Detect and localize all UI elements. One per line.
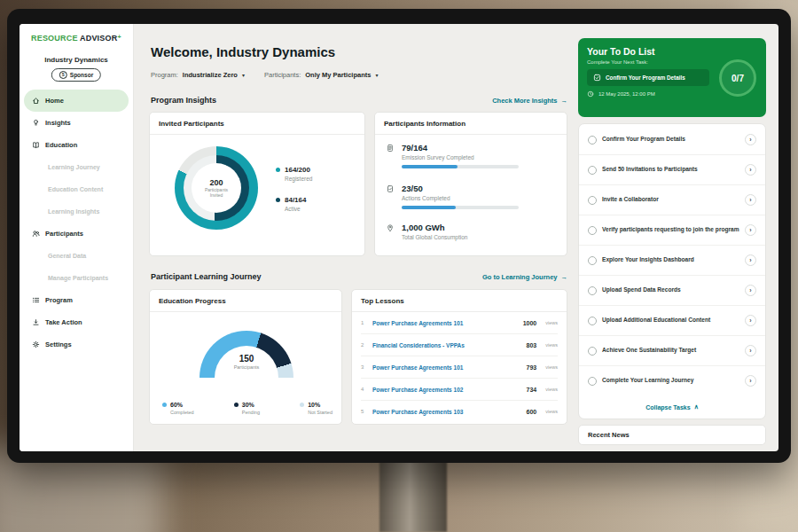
todo-task-row[interactable]: Achieve One Sustainability Target › [579,336,765,366]
invited-donut-center: 200 Participants Invited [192,163,241,213]
sidebar-item-education[interactable]: Education [24,134,129,156]
todo-task-row[interactable]: Upload Additional Educational Content › [579,306,765,336]
stat-consumption: 1,000 GWh Total Global Consumption [386,223,467,240]
task-label: Invite a Collaborator [602,196,739,204]
todo-task-row[interactable]: Complete Your Learning Journey › [579,366,765,395]
sidebar-item-manage-participants[interactable]: Manage Participants [24,267,129,289]
chevron-right-icon[interactable]: › [745,164,756,176]
dashboard-screen: RESOURCE ADVISOR+ Industry Dynamics S Sp… [20,24,778,451]
program-filter[interactable]: Program: Industrialize Zero ▾ [151,71,245,79]
program-filter-value: Industrialize Zero [183,71,238,79]
sidebar-item-take-action[interactable]: Take Action [24,311,129,333]
education-gauge-chart: 150 Participants [200,331,293,378]
task-label: Verify participants requesting to join t… [602,226,739,234]
lesson-link[interactable]: Power Purchase Agreements 102 [372,387,520,393]
check-more-insights-link[interactable]: Check More Insights → [492,97,567,105]
sidebar-item-learning-insights[interactable]: Learning Insights [24,200,129,223]
sidebar-item-general-data[interactable]: General Data [24,245,129,267]
clock-icon [587,90,594,98]
invited-center-label: Invited [210,192,223,199]
chevron-right-icon[interactable]: › [745,375,756,387]
participants-filter[interactable]: Participants: Only My Participants ▾ [264,71,378,79]
participants-filter-value: Only My Participants [305,71,371,79]
collapse-tasks-button[interactable]: Collapse Tasks ∧ [579,395,765,419]
chevron-down-icon: ▾ [242,72,245,78]
stat-label: Emission Survey Completed [402,154,519,160]
chevron-right-icon[interactable]: › [745,345,756,356]
sidebar-item-participants[interactable]: Participants [24,223,129,245]
task-label: Upload Spend Data Records [602,286,739,294]
collapse-tasks-label: Collapse Tasks [645,404,690,411]
arrow-right-icon: → [561,273,568,281]
todo-task-row[interactable]: Confirm Your Program Details › [579,125,765,155]
lesson-link[interactable]: Financial Considerations - VPPAs [372,342,520,348]
emission-survey-progress-bar [402,165,519,168]
lesson-link[interactable]: Power Purchase Agreements 103 [372,409,520,415]
chevron-right-icon[interactable]: › [745,134,756,145]
sidebar-item-education-content[interactable]: Education Content [24,178,129,200]
todo-task-row[interactable]: Verify participants requesting to join t… [579,215,765,246]
task-checkbox[interactable] [588,166,597,175]
survey-icon [386,143,395,153]
sidebar-item-learning-journey[interactable]: Learning Journey [24,156,129,178]
sidebar-item-label: Program [45,296,73,304]
todo-task-row[interactable]: Upload Spend Data Records › [579,276,765,306]
legend-dot-not-started [300,403,304,407]
participants-information-card: Participants Information 79/164 Emission… [374,112,567,256]
sidebar-item-program[interactable]: Program [24,289,129,311]
top-lessons-card: Top Lessons 1 Power Purchase Agreements … [351,289,567,425]
task-checkbox[interactable] [588,196,597,205]
lesson-views-label: views [545,409,558,414]
task-checkbox[interactable] [588,256,597,265]
sidebar-item-label: Settings [45,340,72,348]
legend-label: Not Started [308,410,332,415]
sidebar-item-home[interactable]: Home [24,90,129,112]
insights-icon [32,119,40,127]
sponsor-badge-label: Sponsor [70,72,93,78]
sidebar-item-insights[interactable]: Insights [24,112,129,134]
sidebar-item-label: Participants [45,230,83,238]
lesson-link[interactable]: Power Purchase Agreements 101 [372,364,520,371]
lesson-views-label: views [545,342,558,348]
sidebar: RESOURCE ADVISOR+ Industry Dynamics S Sp… [20,24,134,451]
chevron-right-icon[interactable]: › [745,194,756,206]
todo-task-row[interactable]: Send 50 Invitations to Participants › [579,155,765,185]
todo-task-list: Confirm Your Program Details › Send 50 I… [578,123,766,419]
sponsor-badge[interactable]: S Sponsor [51,68,101,82]
lesson-link[interactable]: Power Purchase Agreements 101 [372,320,517,326]
next-task-label: Confirm Your Program Details [606,74,685,81]
lesson-rank: 4 [361,387,366,392]
legend-item-active: 84/164 Active [276,196,312,212]
chevron-right-icon[interactable]: › [745,224,756,236]
lesson-row: 4 Power Purchase Agreements 102 734 view… [361,379,558,401]
chevron-right-icon[interactable]: › [745,315,756,326]
lesson-rank: 1 [361,320,366,325]
lesson-views: 1000 [523,320,537,326]
legend-item-registered: 164/200 Registered [276,166,312,182]
section-title: Program Insights [151,96,216,105]
task-checkbox[interactable] [588,286,597,295]
invited-participants-card: Invited Participants 200 Participants In… [149,112,365,256]
task-label: Explore Your Insights Dashboard [602,256,739,264]
todo-task-row[interactable]: Explore Your Insights Dashboard › [579,246,765,276]
todo-task-row[interactable]: Invite a Collaborator › [579,185,765,215]
next-task-row[interactable]: Confirm Your Program Details [587,69,709,86]
sidebar-item-settings[interactable]: Settings [24,333,129,356]
task-checkbox[interactable] [588,347,597,356]
brand-secondary: ADVISOR [80,34,117,43]
education-progress-card: Education Progress 150 Participants 60% … [149,289,342,425]
legend-dot-completed [162,403,167,407]
card-title: Invited Participants [150,113,364,135]
recent-news-header[interactable]: Recent News [578,425,766,445]
sidebar-item-label: Education [45,141,77,149]
chevron-right-icon[interactable]: › [745,285,756,296]
task-checkbox[interactable] [588,226,597,235]
go-to-learning-journey-link[interactable]: Go to Learning Journey → [482,273,567,281]
task-checkbox[interactable] [588,136,597,145]
stat-actions: 23/50 Actions Completed [386,184,519,209]
task-checkbox[interactable] [588,317,597,325]
task-checkbox[interactable] [588,377,597,386]
org-name: Industry Dynamics [20,56,133,64]
stat-emission-survey: 79/164 Emission Survey Completed [386,143,519,168]
chevron-right-icon[interactable]: › [745,254,756,266]
